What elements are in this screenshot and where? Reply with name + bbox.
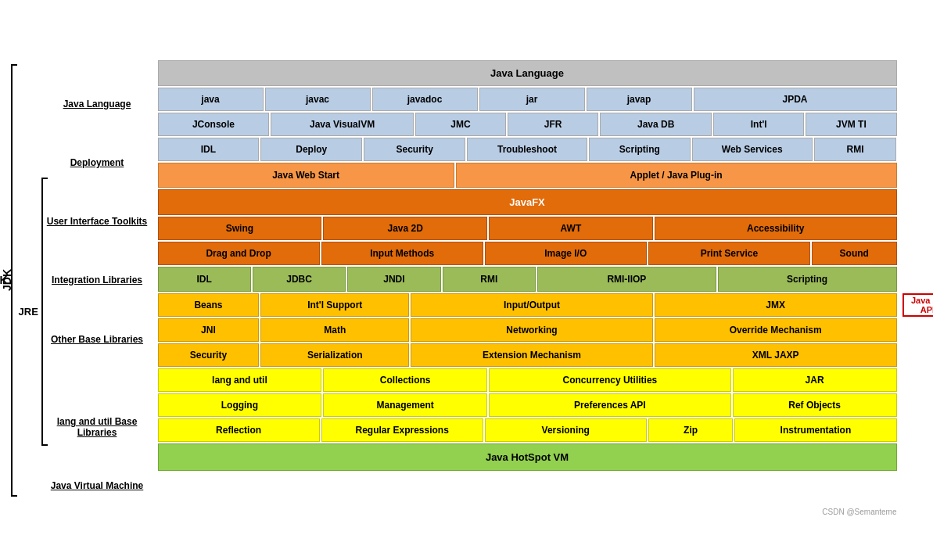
tool-intl: Int'l [713, 113, 804, 136]
other-base-libraries-label: Other Base Libraries [37, 296, 158, 382]
java-se-api: Java SE API [902, 293, 934, 317]
lang-util-label: lang and util Base Libraries [37, 384, 158, 470]
intl-support: Int'l Support [260, 293, 409, 317]
zip: Zip [648, 418, 734, 442]
versioning: Versioning [485, 418, 647, 442]
tool-troubleshoot: Troubleshoot [467, 138, 587, 161]
javafx-row: JavaFX [158, 189, 897, 215]
int-jndi: JNDI [347, 267, 440, 292]
jni: JNI [158, 318, 260, 342]
reflection: Reflection [158, 418, 320, 442]
tool-jpda: JPDA [694, 88, 897, 111]
base-row1: Beans Int'l Support Input/Output JMX Jav… [158, 293, 897, 317]
deployment-row: Java Web Start Applet / Java Plug-in [158, 163, 897, 188]
tools-row2: JConsole Java VisualVM JMC JFR Java DB I… [158, 113, 897, 136]
deployment-label: Deployment [37, 149, 158, 177]
tools-row1: java javac javadoc jar javap JPDA [158, 88, 897, 111]
jar: JAR [733, 368, 897, 392]
logging: Logging [158, 393, 322, 417]
tool-deploy: Deploy [260, 138, 362, 161]
tool-java: java [158, 88, 264, 111]
input-output: Input/Output [411, 293, 653, 317]
hotspot-vm: Java HotSpot VM [158, 443, 897, 471]
tools-row3: IDL Deploy Security Troubleshoot Scripti… [158, 138, 897, 161]
sound: Sound [812, 242, 897, 265]
tool-rmi: RMI [814, 138, 897, 161]
langutil-row3: Reflection Regular Expressions Versionin… [158, 418, 897, 442]
print-service: Print Service [648, 242, 810, 265]
base-row3: Security Serialization Extension Mechani… [158, 343, 897, 367]
int-jdbc: JDBC [253, 267, 346, 292]
int-rmi: RMI [443, 267, 536, 292]
integration-row: IDL JDBC JNDI RMI RMI-IIOP Scripting [158, 267, 897, 292]
preferences-api: Preferences API [489, 393, 731, 417]
image-io: Image I/O [485, 242, 647, 265]
swing: Swing [158, 217, 322, 240]
int-scripting: Scripting [718, 267, 897, 292]
javafx: JavaFX [158, 189, 897, 215]
java-language-header-row: Java Language [158, 60, 897, 86]
tool-javac: javac [265, 88, 371, 111]
java2d: Java 2D [323, 217, 487, 240]
integration-libraries-label: Integration Libraries [37, 266, 158, 295]
tool-security: Security [364, 138, 465, 161]
langutil-row1: lang and util Collections Concurrency Ut… [158, 368, 897, 392]
management: Management [323, 393, 487, 417]
override-mechanism: Override Mechanism [655, 318, 897, 342]
jvm-row: Java HotSpot VM [158, 443, 897, 471]
beans: Beans [158, 293, 260, 317]
networking: Networking [411, 318, 653, 342]
accessibility: Accessibility [655, 217, 897, 240]
tool-javadoc: javadoc [372, 88, 478, 111]
tool-scripting: Scripting [589, 138, 691, 161]
int-idl: IDL [158, 267, 251, 292]
math: Math [260, 318, 409, 342]
langutil-row2: Logging Management Preferences API Ref O… [158, 393, 897, 417]
tool-jmc: JMC [415, 113, 506, 136]
xml-jaxp: XML JAXP [655, 343, 897, 367]
instrumentation: Instrumentation [734, 418, 896, 442]
tool-javadb: Java DB [600, 113, 712, 136]
tool-jconsole: JConsole [158, 113, 270, 136]
input-methods: Input Methods [321, 242, 483, 265]
tool-idl: IDL [158, 138, 260, 161]
tool-visualvm: Java VisualVM [271, 113, 414, 136]
awt: AWT [489, 217, 653, 240]
lang-util: lang and util [158, 368, 322, 392]
base-row2: JNI Math Networking Override Mechanism [158, 318, 897, 342]
concurrency-utilities: Concurrency Utilities [489, 368, 731, 392]
tool-jfr: JFR [508, 113, 598, 136]
jmx: JMX [655, 293, 897, 317]
regular-expressions: Regular Expressions [321, 418, 483, 442]
tool-jar: jar [479, 88, 585, 111]
watermark: CSDN @Semanteme [822, 508, 896, 516]
ui-row2: Drag and Drop Input Methods Image I/O Pr… [158, 242, 897, 265]
java-language-header: Java Language [158, 60, 897, 86]
collections: Collections [323, 368, 487, 392]
tool-webservices: Web Services [692, 138, 813, 161]
jre-label: JRE [19, 306, 38, 318]
java-language-label: Java Language [37, 60, 158, 148]
drag-drop: Drag and Drop [158, 242, 320, 265]
tool-javap: javap [587, 88, 692, 111]
jvm-label: Java Virtual Machine [37, 472, 158, 501]
jdk-label: JDK [0, 274, 8, 286]
ui-row1: Swing Java 2D AWT Accessibility [158, 217, 897, 240]
ui-toolkits-label: User Interface Toolkits [37, 178, 158, 264]
tool-jvmti: JVM TI [806, 113, 896, 136]
serialization: Serialization [260, 343, 409, 367]
int-rmi-iiop: RMI-IIOP [537, 267, 716, 292]
applet-plugin: Applet / Java Plug-in [456, 163, 897, 188]
ref-objects: Ref Objects [733, 393, 897, 417]
extension-mechanism: Extension Mechanism [411, 343, 653, 367]
security: Security [158, 343, 260, 367]
java-web-start: Java Web Start [158, 163, 454, 188]
